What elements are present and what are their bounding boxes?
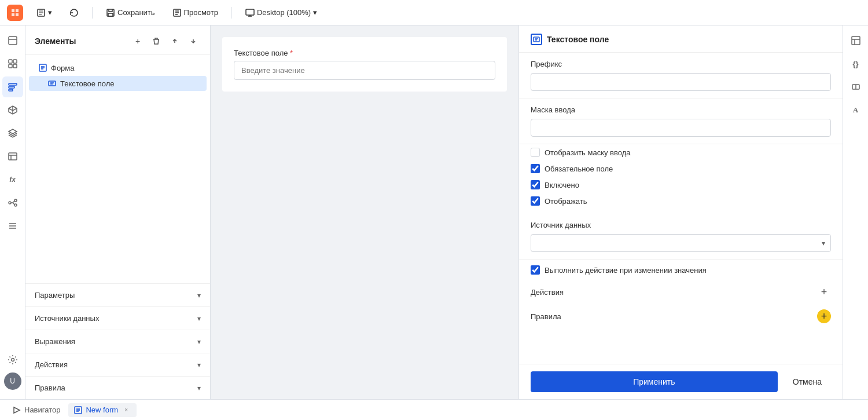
accordion-parametry-header[interactable]: Параметры ▾ [25,284,210,306]
tree-label-textfield: Текстовое поле [60,79,114,88]
right-panel-content: Текстовое поле Префикс Маска ввода Отобр… [519,25,843,364]
right-rail-text-icon[interactable]: A [845,100,866,120]
svg-point-15 [14,199,17,202]
onchange-row: Выполнить действие при изменении значени… [519,262,843,278]
preview-button[interactable]: Просмотр [166,5,225,21]
rp-title: Текстовое поле [547,35,609,44]
accordion-parametry: Параметры ▾ [25,283,210,306]
rail-home-icon[interactable] [2,30,23,51]
save-button[interactable]: Сохранить [100,5,161,21]
accordion-istochniki: Источники данных ▾ [25,306,210,330]
add-action-button[interactable]: + [817,285,831,299]
user-avatar[interactable]: U [4,372,21,390]
prefix-input[interactable] [531,73,831,91]
desktop-label: Desktop (100%) [257,8,311,17]
rail-grid-icon[interactable] [2,53,23,74]
accordion-parametry-chevron: ▾ [197,291,201,300]
element-tree: Форма Текстовое поле [25,55,210,283]
rail-fx-icon[interactable]: fx [2,169,23,190]
form-preview: Текстовое поле * [222,37,507,92]
enabled-row: Включено [519,177,843,193]
svg-rect-12 [9,89,13,91]
rail-elements-icon[interactable] [2,76,23,97]
actions-section-header: Действия + [519,278,843,302]
move-up-button[interactable] [167,34,182,49]
show-mask-checkbox[interactable] [531,148,540,157]
actions-label: Действия [531,288,564,297]
rail-settings-icon[interactable] [2,349,23,370]
add-element-button[interactable]: + [130,34,145,49]
textfield-icon [47,79,57,88]
onchange-label[interactable]: Выполнить действие при изменении значени… [545,266,707,275]
accordion-vyrazheniya-header[interactable]: Выражения ▾ [25,330,210,353]
required-checkbox[interactable] [531,164,540,173]
tree-item-forma[interactable]: Форма [29,60,207,75]
svg-rect-9 [13,64,17,68]
preview-input[interactable] [234,61,495,80]
accordion-vyrazheniya-label: Выражения [35,337,75,346]
visible-checkbox[interactable] [531,196,540,206]
move-down-button[interactable] [186,34,201,49]
accordion-pravila-header[interactable]: Правила ▾ [25,377,210,399]
right-rail-layout-icon[interactable] [845,30,866,51]
show-mask-label[interactable]: Отобразить маску ввода [545,148,631,157]
onchange-checkbox[interactable] [531,265,540,275]
tree-item-textfield[interactable]: Текстовое поле [29,76,207,91]
mask-input[interactable] [531,119,831,137]
rail-layers-icon[interactable] [2,123,23,144]
svg-rect-2 [108,13,113,16]
datasource-select[interactable] [531,234,831,252]
add-rule-button[interactable]: + [817,309,831,323]
new-form-tab-label: New form [86,406,118,414]
accordion-deystviya-label: Действия [35,360,68,369]
apply-button[interactable]: Применить [531,371,778,392]
rp-textfield-icon [531,34,542,45]
rules-section-header: Правила + [519,302,843,327]
accordion-istochniki-header[interactable]: Источники данных ▾ [25,307,210,330]
rail-list-icon[interactable] [2,216,23,236]
svg-rect-10 [9,83,17,85]
accordion-deystviya-chevron: ▾ [197,361,201,369]
enabled-checkbox[interactable] [531,180,540,189]
forma-icon [38,63,47,72]
file-menu-button[interactable]: ▾ [30,5,58,21]
svg-rect-20 [534,37,539,42]
delete-element-button[interactable] [149,34,164,49]
svg-rect-7 [13,60,17,63]
svg-rect-8 [9,64,12,68]
required-row: Обязательное поле [519,160,843,177]
desktop-button[interactable]: Desktop (100%) ▾ [239,5,323,21]
tree-label-forma: Форма [51,64,75,72]
svg-point-14 [9,202,11,204]
cancel-button[interactable]: Отмена [784,371,831,392]
center-canvas: Текстовое поле * [211,25,518,399]
navigator-tab[interactable]: Навигатор [7,403,66,417]
svg-rect-11 [9,86,14,88]
rail-connect-icon[interactable] [2,192,23,213]
tab-close-button[interactable]: × [122,406,131,415]
new-form-tab[interactable]: New form × [68,403,137,417]
accordion-deystviya-header[interactable]: Действия ▾ [25,353,210,376]
left-panel-header: Элементы + [25,25,210,55]
visible-label[interactable]: Отображать [545,197,587,206]
accordion-pravila: Правила ▾ [25,376,210,399]
right-rail-resize-icon[interactable] [845,76,866,97]
svg-rect-13 [9,153,17,160]
rp-datasource-section: Источник данных ▾ [519,214,843,260]
required-label[interactable]: Обязательное поле [545,165,613,173]
enabled-label[interactable]: Включено [545,181,579,189]
rail-table-icon[interactable] [2,146,23,167]
separator-1 [92,7,93,19]
rail-box-icon[interactable] [2,100,23,120]
visible-row: Отображать [519,193,843,209]
refresh-button[interactable] [63,5,85,21]
main-area: fx U Элементы + [0,25,868,399]
show-mask-row: Отобразить маску ввода [519,144,843,160]
rp-datasource-label: Источник данных [531,221,831,229]
save-label: Сохранить [117,8,155,17]
right-rail-code-icon[interactable]: {} [845,53,866,74]
field-label: Текстовое поле * [234,49,495,57]
right-panel: Текстовое поле Префикс Маска ввода Отобр… [518,25,843,399]
svg-rect-4 [246,9,254,15]
rp-prefix-section: Префикс [519,53,843,98]
